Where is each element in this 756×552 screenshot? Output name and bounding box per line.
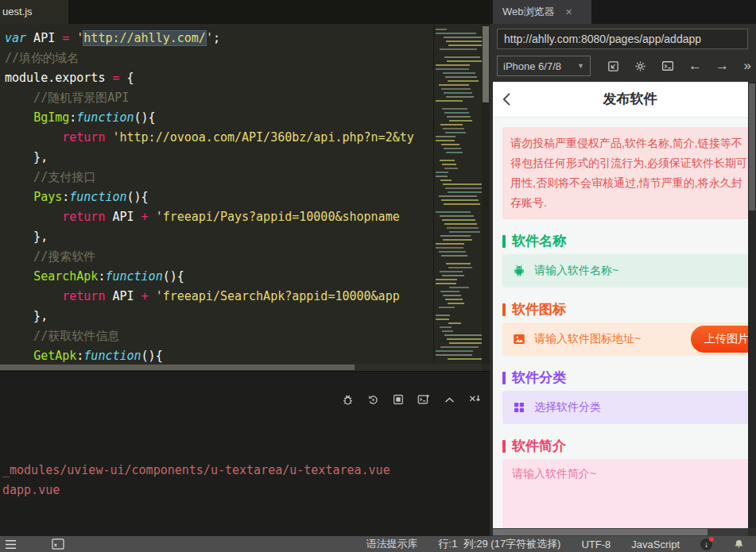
minimap-line [436,243,464,245]
code-line: //随机背景图API [5,88,414,108]
minimap-line [441,255,467,257]
category-picker-field[interactable]: 选择软件分类 [502,391,748,424]
console-output-line: dapp.vue [2,481,390,500]
update-icon[interactable]: ↓ [700,538,712,550]
minimap-line [442,108,467,110]
stop-icon[interactable] [391,392,405,407]
minimap-line [448,191,483,193]
minimap-line [439,84,469,86]
editor-tab-request-js[interactable]: uest.js [0,0,68,24]
new-terminal-icon[interactable] [417,392,431,407]
grid-icon [512,400,526,415]
collapse-panel-icon[interactable] [442,392,456,407]
minimap-line [440,326,452,328]
minimap-line [440,346,479,348]
minimap-line [440,291,459,292]
restart-icon[interactable] [366,392,380,407]
console-panel-icon[interactable] [52,538,64,550]
text-input-field[interactable]: 请输入软件名称~ [502,254,748,288]
address-bar-input[interactable] [497,29,748,49]
code-line: return 'http://ovooa.com/API/360bz/api.p… [5,128,414,148]
minimap-line [444,112,469,114]
device-selector[interactable]: iPhone 6/7/8 ▼ [497,56,591,76]
browser-tab[interactable]: Web浏览器 × [493,0,591,24]
statusbar-encoding[interactable]: UTF-8 [581,538,611,550]
minimap-line [448,80,479,82]
minimap-line [436,140,455,141]
console-panel: _modules/uview-ui/components/u-textarea/… [0,371,490,537]
device-selector-value: iPhone 6/7/8 [503,60,561,72]
section-heading: 软件分类 [502,369,748,387]
minimap-line [436,247,463,249]
mobile-preview: 发布软件 请勿投稿严重侵权产品,软件名称,简介,链接等不得包括任何形式的引流行为… [493,82,748,528]
forward-arrow-icon[interactable]: → [715,58,729,74]
section-title: 软件简介 [512,437,566,455]
preview-horizontal-scrollbar[interactable] [493,528,748,536]
minimap-line [449,342,483,344]
minimap-line [436,211,471,213]
code-line: //获取软件信息 [5,326,414,346]
description-textarea[interactable]: 请输入软件简介~ [502,459,748,528]
minimap-line [441,88,471,90]
back-chevron-icon[interactable] [499,91,515,111]
minimap-line [449,231,480,233]
close-icon[interactable]: × [566,0,572,24]
editor-horizontal-scrollbar[interactable] [0,364,482,371]
open-in-window-icon[interactable] [607,60,620,73]
minimap-line [436,350,473,352]
editor-tab-bar: uest.js [0,0,490,24]
minimap-line [444,168,458,169]
bell-icon[interactable] [733,538,745,550]
code-line: SearchApk:function(){ [5,267,414,287]
devtools-console-icon[interactable] [661,59,675,73]
section-title: 软件分类 [512,369,566,387]
minimap-line [447,338,483,340]
more-icon[interactable]: » [744,58,751,74]
minimap-line [449,287,469,288]
code-line: return API + 'freeapi/SearchApk?appid=10… [5,287,414,307]
back-arrow-icon[interactable]: ← [688,58,702,74]
minimap[interactable] [433,24,483,364]
minimap-line [445,76,477,78]
minimap-line [436,283,456,284]
editor-vertical-scrollbar[interactable] [482,24,490,364]
debug-bug-icon[interactable] [340,392,355,407]
clear-output-icon[interactable] [467,392,482,407]
minimap-line [446,96,474,98]
minimap-line [449,120,472,122]
code-line: //搜索软件 [5,247,414,267]
android-icon [512,264,526,278]
upload-image-button[interactable]: 上传图片 [691,326,748,353]
minimap-line [436,64,470,66]
statusbar-syntax-hint[interactable]: 语法提示库 [366,537,418,551]
minimap-line [436,315,450,316]
minimap-line [436,354,472,356]
text-input-field[interactable]: 请输入软件图标地址~上传图片 [502,322,748,356]
code-line: }, [5,227,414,247]
code-line: var API = 'http://ahlly.com/'; [5,29,414,48]
minimap-line [446,41,483,42]
statusbar-cursor-position[interactable]: 行:1 列:29 (17字符被选择) [439,537,561,551]
field-placeholder: 请输入软件简介~ [512,467,596,480]
menu-icon[interactable] [5,539,17,550]
statusbar-language[interactable]: JavaScript [631,538,680,550]
minimap-line [440,271,463,272]
minimap-line [440,124,463,125]
minimap-line [444,223,477,225]
minimap-line [436,136,456,137]
field-placeholder: 请输入软件图标地址~ [534,332,641,346]
settings-gear-icon[interactable] [634,60,647,73]
minimap-line [440,179,452,181]
minimap-line [440,235,471,237]
minimap-line [446,263,471,264]
code-line: }, [5,148,414,168]
preview-vertical-scrollbar[interactable] [748,82,756,528]
minimap-line [444,334,483,336]
code-area[interactable]: var API = 'http://ahlly.com/';//填你的域名mod… [0,24,433,364]
code-line: //填你的域名 [5,48,414,68]
minimap-line [445,299,463,300]
minimap-line [443,183,483,185]
minimap-line [444,148,461,149]
code-line: GetApk:function(){ [5,346,414,364]
minimap-line [436,100,463,102]
